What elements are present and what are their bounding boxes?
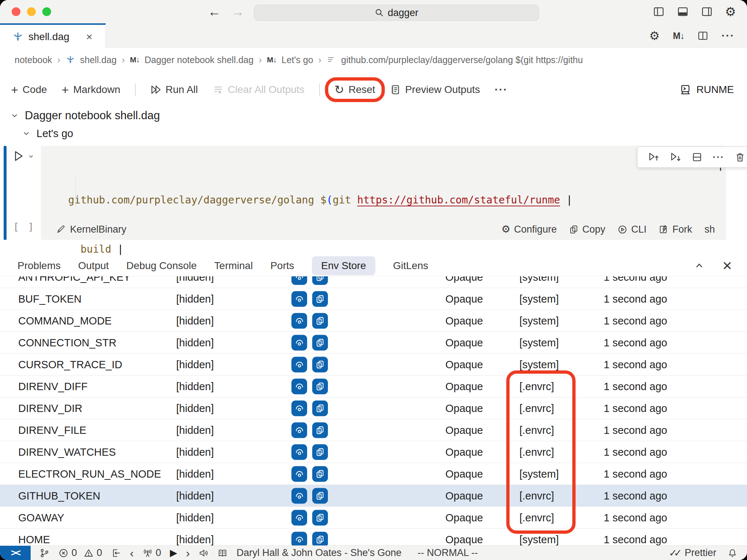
copy-value-button[interactable] [312, 291, 328, 307]
table-row[interactable]: GOAWAY[hidden]Opaque[.envrc]1 second ago [0, 507, 747, 529]
table-row[interactable]: BUF_TOKEN[hidden]Opaque[system]1 second … [0, 288, 747, 310]
copy-value-button[interactable] [312, 488, 328, 503]
zoom-window-button[interactable] [42, 7, 51, 16]
copy-value-button[interactable] [312, 276, 328, 285]
broadcast-status[interactable]: 0 [143, 547, 161, 559]
reveal-value-button[interactable] [291, 488, 307, 503]
tab-ports[interactable]: Ports [270, 260, 294, 272]
table-row[interactable]: DIRENV_WATCHES[hidden]Opaque[.envrc]1 se… [0, 441, 747, 463]
reveal-value-button[interactable] [291, 466, 307, 482]
copy-value-button[interactable] [312, 400, 328, 416]
copy-value-button[interactable] [312, 444, 328, 460]
cli-button[interactable]: CLI [618, 224, 646, 235]
breadcrumb-notebook[interactable]: notebook [15, 55, 52, 65]
toolbar-more-icon[interactable]: ··· [495, 83, 508, 96]
reveal-value-button[interactable] [291, 400, 307, 416]
close-panel-icon[interactable]: ✕ [720, 259, 735, 272]
tab-problems[interactable]: Problems [18, 260, 61, 272]
minimize-window-button[interactable] [27, 7, 36, 16]
collapse-chevron-icon[interactable] [22, 129, 31, 138]
table-row[interactable]: HOME[hidden]Opaque[system]1 second ago [0, 529, 747, 545]
add-code-cell-button[interactable]: + Code [11, 83, 47, 96]
add-markdown-cell-button[interactable]: + Markdown [62, 83, 120, 96]
tab-terminal[interactable]: Terminal [214, 260, 253, 272]
toggle-panel-icon[interactable] [677, 6, 689, 18]
tab-output[interactable]: Output [78, 260, 109, 272]
command-center-search[interactable]: dagger [254, 5, 539, 21]
more-actions-icon[interactable]: ··· [721, 30, 735, 42]
table-row[interactable]: GITHUB_TOKEN[hidden]Opaque[.envrc]1 seco… [0, 485, 747, 507]
sign-out-icon[interactable] [111, 548, 121, 558]
reader-book-icon[interactable] [217, 548, 228, 558]
breadcrumb-code-cell[interactable]: github.com/purpleclay/daggerverse/golang… [341, 55, 583, 65]
reveal-value-button[interactable] [291, 532, 307, 545]
preview-outputs-button[interactable]: Preview Outputs [390, 84, 480, 96]
cell-editor[interactable]: github.com/purpleclay/daggerverse/golang… [41, 146, 726, 240]
reset-button[interactable]: ↻ Reset [334, 84, 375, 96]
reveal-value-button[interactable] [291, 313, 307, 328]
run-cell-button[interactable] [12, 149, 34, 163]
problems-status[interactable]: 0 0 [58, 547, 102, 559]
next-cell-icon[interactable]: › [186, 547, 190, 559]
play-icon[interactable]: ▶ [170, 547, 177, 559]
runme-button[interactable]: RUNME [680, 84, 734, 96]
table-row[interactable]: CURSOR_TRACE_ID[hidden]Opaque[system]1 s… [0, 354, 747, 376]
copy-value-button[interactable] [312, 378, 328, 394]
copy-cell-button[interactable]: Copy [569, 224, 605, 235]
maximize-panel-icon[interactable] [694, 260, 705, 271]
cell-more-actions-icon[interactable]: ··· [713, 152, 724, 163]
delete-cell-icon[interactable] [735, 152, 746, 163]
table-row[interactable]: DIRENV_FILE[hidden]Opaque[.envrc]1 secon… [0, 419, 747, 441]
run-all-button[interactable]: Run All [150, 84, 198, 96]
previous-cell-icon[interactable]: ‹ [130, 547, 134, 559]
breadcrumb-heading2[interactable]: Let's go [282, 55, 313, 65]
speaker-icon[interactable] [198, 548, 209, 558]
copy-value-button[interactable] [312, 357, 328, 372]
reveal-value-button[interactable] [291, 510, 307, 525]
copy-value-button[interactable] [312, 532, 328, 545]
copy-value-button[interactable] [312, 466, 328, 482]
markdown-preview-icon[interactable]: M↓ [673, 31, 684, 41]
execute-above-icon[interactable] [648, 151, 659, 163]
source-control-icon[interactable] [39, 548, 50, 558]
tab-env-store[interactable]: Env Store [312, 256, 376, 275]
copy-value-button[interactable] [312, 510, 328, 525]
copy-value-button[interactable] [312, 335, 328, 350]
copy-value-button[interactable] [312, 422, 328, 438]
toggle-sidebar-left-icon[interactable] [653, 6, 665, 18]
close-window-button[interactable] [12, 7, 20, 16]
copy-value-button[interactable] [312, 313, 328, 328]
collapse-chevron-icon[interactable] [10, 111, 19, 120]
reveal-value-button[interactable] [291, 444, 307, 460]
breadcrumb-heading1[interactable]: Dagger notebook shell.dag [144, 55, 253, 65]
table-row[interactable]: ELECTRON_RUN_AS_NODE[hidden]Opaque[syste… [0, 463, 747, 485]
breadcrumb-file[interactable]: shell.dag [80, 55, 117, 65]
formatter-status[interactable]: ✓✓ Prettier [669, 547, 716, 559]
now-playing-track[interactable]: Daryl Hall & John Oates - She's Gone [236, 547, 401, 559]
table-row[interactable]: CONNECTION_STR[hidden]Opaque[system]1 se… [0, 332, 747, 354]
reveal-value-button[interactable] [291, 357, 307, 372]
history-back-button[interactable]: ← [208, 5, 221, 18]
split-cell-icon[interactable] [692, 152, 703, 163]
reveal-value-button[interactable] [291, 378, 307, 394]
tab-close-icon[interactable]: × [84, 30, 95, 43]
clear-all-outputs-button[interactable]: Clear All Outputs [213, 84, 305, 96]
toggle-sidebar-right-icon[interactable] [701, 6, 713, 18]
history-forward-button[interactable]: → [231, 5, 244, 18]
settings-gear-icon[interactable]: ⚙ [725, 5, 736, 18]
configure-cell-button[interactable]: ⚙ Configure [501, 224, 557, 235]
table-row[interactable]: DIRENV_DIFF[hidden]Opaque[.envrc]1 secon… [0, 376, 747, 397]
tab-debug-console[interactable]: Debug Console [126, 260, 197, 272]
reveal-value-button[interactable] [291, 335, 307, 350]
split-editor-icon[interactable] [697, 30, 708, 41]
cell-language-label[interactable]: sh [704, 224, 715, 235]
table-row[interactable]: DIRENV_DIR[hidden]Opaque[.envrc]1 second… [0, 397, 747, 419]
notebook-gear-icon[interactable]: ⚙ [649, 30, 660, 42]
remote-indicator[interactable]: >< [0, 546, 31, 560]
reveal-value-button[interactable] [291, 276, 307, 285]
reveal-value-button[interactable] [291, 291, 307, 307]
tab-shell-dag[interactable]: shell.dag × [0, 23, 106, 48]
kernel-selector-button[interactable]: KernelBinary [56, 224, 127, 235]
table-row[interactable]: COMMAND_MODE[hidden]Opaque[system]1 seco… [0, 310, 747, 332]
reveal-value-button[interactable] [291, 422, 307, 438]
